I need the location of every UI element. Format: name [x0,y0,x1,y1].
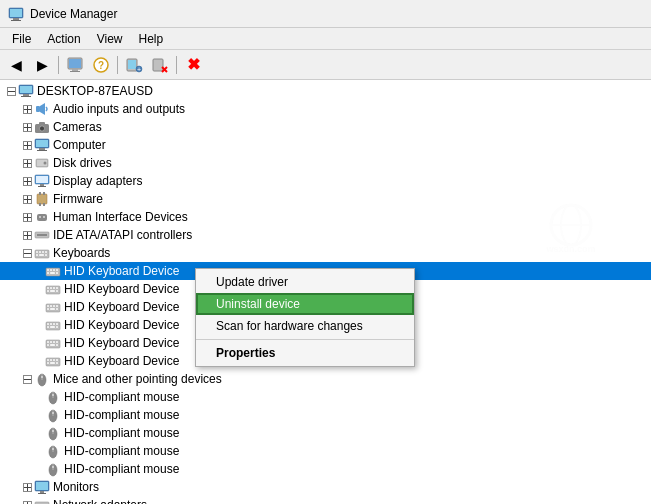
tree-item-m1[interactable]: HID-compliant mouse [0,388,651,406]
expand-icon[interactable] [36,354,45,368]
svg-rect-123 [56,341,58,343]
expand-icon[interactable] [20,156,34,170]
svg-rect-5 [69,59,81,68]
expand-icon[interactable] [36,462,45,476]
menu-help[interactable]: Help [131,30,172,48]
svg-rect-107 [56,305,58,307]
tree-item-mice[interactable]: Mice and other pointing devices [0,370,651,388]
menu-view[interactable]: View [89,30,131,48]
tree-item-label: Keyboards [53,246,110,260]
tree-item-root[interactable]: DESKTOP-87EAUSD [0,82,651,100]
expand-icon[interactable] [36,282,45,296]
keyboard-icon [45,281,61,297]
expand-icon[interactable] [20,498,34,504]
expand-icon[interactable] [20,102,34,116]
computer-icon [18,83,34,99]
svg-rect-160 [40,491,44,493]
svg-rect-99 [56,287,58,289]
svg-rect-55 [36,176,48,183]
expand-icon[interactable] [36,264,45,278]
tree-item-display[interactable]: Display adapters [0,172,651,190]
tree-item-firmware[interactable]: Firmware [0,190,651,208]
tree-item-ide[interactable]: IDE ATA/ATAPI controllers [0,226,651,244]
tree-item-label: Cameras [53,120,102,134]
expand-icon[interactable] [4,84,18,98]
tree-item-hid[interactable]: Human Interface Devices [0,208,651,226]
expand-icon[interactable] [20,120,34,134]
svg-rect-129 [50,359,52,361]
svg-rect-61 [37,194,47,204]
svg-rect-83 [45,251,47,253]
tree-item-label: Firmware [53,192,103,206]
delete-button[interactable]: ✖ [181,53,205,77]
expand-icon[interactable] [36,444,45,458]
tree-item-label: HID Keyboard Device [64,354,179,368]
keyboard-icon [45,299,61,315]
svg-rect-130 [53,359,55,361]
svg-rect-109 [50,308,55,310]
svg-rect-100 [47,290,49,292]
properties-button[interactable] [63,53,87,77]
context-uninstall-device[interactable]: Uninstall device [196,293,414,315]
tree-item-network[interactable]: Network adapters [0,496,651,504]
forward-button[interactable]: ▶ [30,53,54,77]
expand-icon[interactable] [20,228,34,242]
tree-item-disk[interactable]: Disk drives [0,154,651,172]
svg-rect-115 [56,323,58,325]
expand-icon[interactable] [36,390,45,404]
tree-item-monitors[interactable]: Monitors [0,478,651,496]
context-update-driver[interactable]: Update driver [196,271,414,293]
context-properties[interactable]: Properties [196,342,414,364]
scan-button[interactable]: + [122,53,146,77]
expand-icon[interactable] [20,480,34,494]
expand-icon[interactable] [20,372,34,386]
ide-icon [34,227,50,243]
tree-item-keyboards[interactable]: Keyboards [0,244,651,262]
svg-rect-134 [56,362,58,364]
expand-icon[interactable] [20,246,34,260]
expand-icon[interactable] [36,408,45,422]
context-scan-hardware[interactable]: Scan for hardware changes [196,315,414,337]
expand-icon[interactable] [36,336,45,350]
context-separator [196,339,414,340]
expand-icon[interactable] [20,138,34,152]
tree-item-label: HID Keyboard Device [64,318,179,332]
svg-rect-81 [39,251,41,253]
svg-rect-102 [56,290,58,292]
help-button[interactable]: ? [89,53,113,77]
expand-icon[interactable] [36,426,45,440]
tree-item-cameras[interactable]: Cameras [0,118,651,136]
expand-icon[interactable] [36,300,45,314]
expand-icon[interactable] [36,318,45,332]
mouse-icon [45,461,61,477]
audio-icon [34,101,50,117]
svg-rect-1 [10,9,22,17]
svg-rect-104 [47,305,49,307]
uninstall-button[interactable] [148,53,172,77]
keyboard-icon [45,335,61,351]
svg-rect-116 [47,326,49,328]
expand-icon[interactable] [20,210,34,224]
tree-item-m4[interactable]: HID-compliant mouse [0,442,651,460]
hid-icon [34,209,50,225]
svg-rect-56 [40,184,44,186]
svg-rect-44 [37,150,47,151]
svg-rect-94 [56,272,58,274]
menu-action[interactable]: Action [39,30,88,48]
toolbar: ◀ ▶ ? + ✖ [0,50,651,80]
tree-item-label: DESKTOP-87EAUSD [37,84,153,98]
app-icon [8,6,24,22]
svg-point-71 [43,216,45,218]
tree-item-audio[interactable]: Audio inputs and outputs [0,100,651,118]
expand-icon[interactable] [20,192,34,206]
tree-item-m5[interactable]: HID-compliant mouse [0,460,651,478]
svg-rect-64 [39,203,41,206]
tree-item-m3[interactable]: HID-compliant mouse [0,424,651,442]
svg-text:+: + [137,66,141,73]
svg-rect-106 [53,305,55,307]
expand-icon[interactable] [20,174,34,188]
back-button[interactable]: ◀ [4,53,28,77]
tree-item-m2[interactable]: HID-compliant mouse [0,406,651,424]
menu-file[interactable]: File [4,30,39,48]
tree-item-computer[interactable]: Computer [0,136,651,154]
